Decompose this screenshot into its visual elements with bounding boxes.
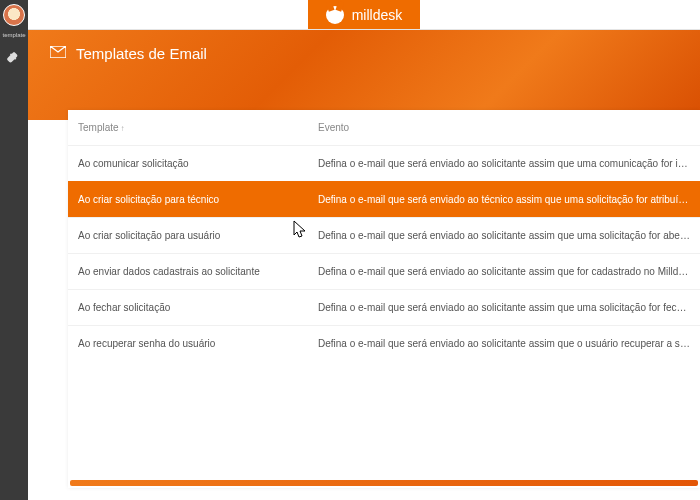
templates-card: Template↑ Evento Ao comunicar solicitaçã… (68, 110, 700, 488)
brand-pill[interactable]: milldesk (308, 0, 421, 29)
table-row[interactable]: Ao criar solicitação para usuárioDefina … (68, 218, 700, 254)
cell-evento: Defina o e-mail que será enviado ao soli… (308, 290, 700, 326)
cell-evento: Defina o e-mail que será enviado ao soli… (308, 326, 700, 362)
cell-template: Ao criar solicitação para técnico (68, 182, 308, 218)
tools-icon[interactable] (6, 50, 22, 66)
bottom-accent (68, 478, 700, 488)
cell-evento: Defina o e-mail que será enviado ao soli… (308, 146, 700, 182)
col-header-template[interactable]: Template↑ (68, 110, 308, 146)
avatar[interactable] (3, 4, 25, 26)
col-header-evento[interactable]: Evento (308, 110, 700, 146)
cell-template: Ao criar solicitação para usuário (68, 218, 308, 254)
table-row[interactable]: Ao recuperar senha do usuárioDefina o e-… (68, 326, 700, 362)
cell-evento: Defina o e-mail que será enviado ao soli… (308, 254, 700, 290)
table-row[interactable]: Ao criar solicitação para técnicoDefina … (68, 182, 700, 218)
page-header: Templates de Email (28, 30, 700, 120)
mail-icon (50, 44, 66, 62)
table-row[interactable]: Ao fechar solicitaçãoDefina o e-mail que… (68, 290, 700, 326)
sort-asc-icon: ↑ (121, 124, 125, 133)
sidebar: template (0, 0, 28, 500)
main: milldesk Templates de Email Template↑ Ev… (28, 0, 700, 500)
cell-template: Ao recuperar senha do usuário (68, 326, 308, 362)
table-row[interactable]: Ao enviar dados cadastrais ao solicitant… (68, 254, 700, 290)
sidebar-label-template: template (2, 32, 25, 38)
cell-template: Ao enviar dados cadastrais ao solicitant… (68, 254, 308, 290)
cell-evento: Defina o e-mail que será enviado ao técn… (308, 182, 700, 218)
brand-name: milldesk (352, 7, 403, 23)
cell-evento: Defina o e-mail que será enviado ao soli… (308, 218, 700, 254)
templates-table: Template↑ Evento Ao comunicar solicitaçã… (68, 110, 700, 361)
cell-template: Ao fechar solicitação (68, 290, 308, 326)
scroll-accent-bar[interactable] (70, 480, 698, 486)
cell-template: Ao comunicar solicitação (68, 146, 308, 182)
topbar: milldesk (28, 0, 700, 30)
table-row[interactable]: Ao comunicar solicitaçãoDefina o e-mail … (68, 146, 700, 182)
brand-mascot-icon (326, 6, 344, 24)
page-title: Templates de Email (76, 45, 207, 62)
